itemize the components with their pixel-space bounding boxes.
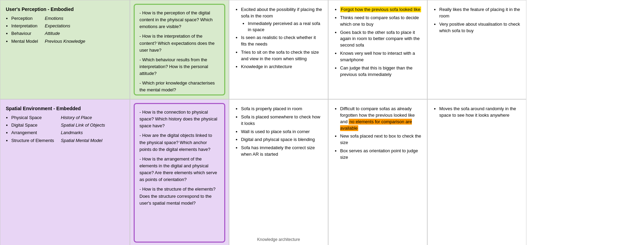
question-4: - Which prior knowledge characterises th…	[139, 80, 219, 93]
list-item: Can judge that this is bigger than the p…	[340, 65, 421, 78]
list-item: Landmarks	[61, 130, 105, 136]
list-item: Wall is used to place sofa in corner	[241, 129, 322, 135]
perception-lists: Perception Interpretation Behaviour Ment…	[6, 15, 124, 46]
cell-1-2: - How is the perception of the digital c…	[130, 0, 229, 99]
list-item: Knows very well how to interact with a s…	[340, 50, 421, 63]
cell-2-4: Difficult to compare sofas as already fo…	[328, 99, 427, 245]
cell-2-2: - How is the connection to physical spac…	[130, 99, 229, 245]
cell-1-3: Excited about the possibility if placing…	[229, 0, 328, 99]
list-item: Attitude	[45, 30, 85, 37]
list-item: Emotions	[45, 15, 85, 22]
list-item: Behaviour	[11, 30, 38, 37]
list-item: Very positive about visualisation to che…	[439, 21, 521, 34]
list-item: Previous Knowledge	[45, 38, 85, 44]
observation-list-4: Sofa is properly placed in room Sofa is …	[235, 106, 322, 158]
observation-list-2: Forgot how the previous sofa looked like…	[334, 7, 421, 78]
cell-2-1: Spatial Environment - Embedded Physical …	[0, 99, 130, 245]
question-3: - Which behaviour results from the inter…	[139, 56, 219, 77]
list-item: Sofa is properly placed in room	[241, 106, 322, 112]
highlighted-text-orange: no elements for comparison are available	[340, 119, 412, 131]
cell-1-4: Forgot how the previous sofa looked like…	[328, 0, 427, 99]
list-item: Forgot how the previous sofa looked like	[340, 7, 421, 13]
left-list-2: Physical Space Digital Space Arrangement…	[6, 115, 54, 145]
left-list-1: Perception Interpretation Behaviour Ment…	[6, 15, 38, 46]
list-item: Arrangement	[11, 130, 54, 136]
observation-list-5: Difficult to compare sofas as already fo…	[334, 106, 421, 161]
list-item: Tries to sit on the sofa to check the si…	[241, 49, 322, 62]
observation-list-1: Excited about the possibility if placing…	[235, 7, 322, 70]
cell-2-3: Sofa is properly placed in room Sofa is …	[229, 99, 328, 245]
list-item: Spatial Link of Objects	[61, 122, 105, 128]
list-item: Is seen as realistic to check whether it…	[241, 35, 322, 48]
section-title-1: User's Perception - Embodied	[6, 7, 124, 12]
cell-1-5: Really likes the feature of placing it i…	[427, 0, 526, 99]
question-7: - How is the arrangement of the elements…	[139, 156, 219, 183]
list-item: Thinks need to compare sofas to decide w…	[340, 15, 421, 28]
list-item: Spatial Mental Model	[61, 138, 105, 144]
list-item: Box serves as orientation point to judge…	[340, 148, 421, 161]
list-item: Mental Model	[11, 38, 38, 44]
question-2: - How is the interpretation of the conte…	[139, 33, 219, 53]
question-6: - How are the digital objects linked to …	[139, 132, 219, 153]
list-item: Digital and phyiscal space is blending	[241, 137, 322, 143]
list-item: Excited about the possibility if placing…	[241, 7, 322, 33]
list-item: Sofa is placed somewhere to check how it…	[241, 114, 322, 127]
knowledge-architecture-label: Knowledge architecture	[257, 237, 300, 242]
list-item: History of Place	[61, 115, 105, 121]
list-item: Goes back to the other sofa to place it …	[340, 29, 421, 49]
list-item: Interpretation	[11, 23, 38, 29]
list-item: Structure of Elements	[11, 138, 54, 144]
list-item: Moves the sofa around randomly in the sp…	[439, 106, 521, 119]
list-item: Digital Space	[11, 122, 54, 128]
green-question-box: - How is the perception of the digital c…	[134, 4, 225, 95]
right-list-1: Emotions Expectations Attitude Previous …	[45, 15, 85, 46]
right-list-2: History of Place Spatial Link of Objects…	[61, 115, 105, 145]
cell-2-5: Moves the sofa around randomly in the sp…	[427, 99, 526, 245]
observation-list-3: Really likes the feature of placing it i…	[433, 7, 521, 34]
list-item: New sofa placed next to box to check the…	[340, 133, 421, 146]
list-item: Difficult to compare sofas as already fo…	[340, 106, 421, 131]
question-1: - How is the perception of the digital c…	[139, 10, 219, 30]
purple-question-box: - How is the connection to physical spac…	[134, 103, 225, 243]
list-item: Physical Space	[11, 115, 54, 121]
spatial-lists: Physical Space Digital Space Arrangement…	[6, 115, 124, 145]
list-item: Knowledge in architecture	[241, 64, 322, 70]
list-item: Sofa has immedatiely the correct size wh…	[241, 145, 322, 158]
cell-1-1: User's Perception - Embodied Perception …	[0, 0, 130, 99]
list-item: Really likes the feature of placing it i…	[439, 7, 521, 20]
highlighted-text: Forgot how the previous sofa looked like	[340, 7, 421, 12]
question-8: - How is the structure of the elements? …	[139, 186, 219, 206]
list-item: Perception	[11, 15, 38, 22]
main-grid: User's Perception - Embodied Perception …	[0, 0, 644, 245]
observation-list-6: Moves the sofa around randomly in the sp…	[433, 106, 521, 119]
list-item: Expectations	[45, 23, 85, 29]
sub-list-item: Immediately perceived as a real sofa in …	[248, 21, 322, 33]
question-5: - How is the connection to physical spac…	[139, 109, 219, 129]
section-title-2: Spatial Environment - Embedded	[6, 106, 124, 111]
